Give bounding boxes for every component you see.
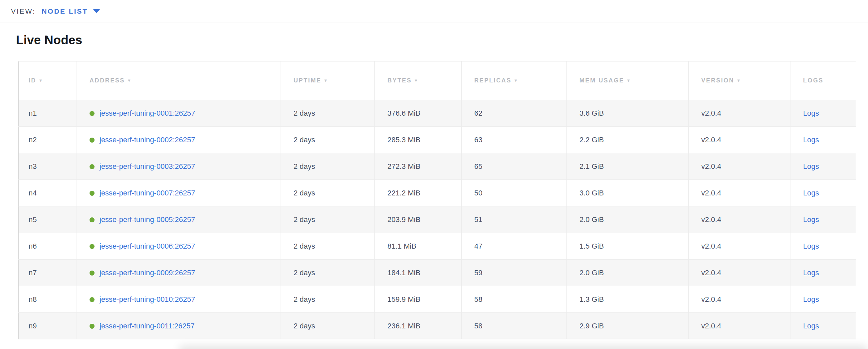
replicas-cell: 62: [462, 100, 567, 127]
column-header-uptime[interactable]: UPTIME▾: [281, 62, 375, 100]
live-status-dot-icon: [90, 191, 95, 196]
version-cell: v2.0.4: [689, 180, 790, 206]
logs-link[interactable]: Logs: [803, 189, 819, 197]
sort-arrow-icon: ▾: [324, 77, 328, 83]
logs-link[interactable]: Logs: [803, 269, 819, 277]
mem_usage-cell: 1.5 GiB: [567, 233, 689, 259]
column-header-logs: LOGS: [790, 62, 856, 100]
logs-link[interactable]: Logs: [803, 215, 819, 224]
id-cell: n3: [19, 153, 77, 180]
node-address-link[interactable]: jesse-perf-tuning-0003:26257: [99, 162, 195, 171]
bytes-cell: 221.2 MiB: [375, 180, 462, 206]
live-status-dot-icon: [90, 244, 95, 249]
table-row: n5jesse-perf-tuning-0005:262572 days203.…: [19, 206, 856, 233]
id-cell: n6: [19, 233, 77, 259]
column-header-id[interactable]: ID▾: [19, 62, 77, 100]
logs-link[interactable]: Logs: [803, 242, 819, 250]
logs-link[interactable]: Logs: [803, 295, 819, 304]
live-status-dot-icon: [90, 164, 95, 169]
replicas-cell: 51: [462, 206, 567, 233]
bytes-cell: 376.6 MiB: [375, 100, 462, 127]
column-header-mem_usage[interactable]: MEM USAGE▾: [567, 62, 689, 100]
address-cell: jesse-perf-tuning-0006:26257: [77, 233, 281, 259]
version-cell: v2.0.4: [689, 153, 790, 180]
column-header-bytes[interactable]: BYTES▾: [375, 62, 462, 100]
table-row: n7jesse-perf-tuning-0009:262572 days184.…: [19, 259, 856, 286]
sort-arrow-icon: ▾: [415, 77, 418, 83]
live-status-dot-icon: [90, 271, 95, 276]
replicas-cell: 59: [462, 259, 567, 286]
id-cell: n2: [19, 127, 77, 153]
column-header-address[interactable]: ADDRESS▾: [77, 62, 281, 100]
sort-arrow-icon: ▾: [128, 77, 131, 83]
live-status-dot-icon: [90, 297, 95, 302]
logs-link[interactable]: Logs: [803, 136, 819, 144]
address-cell: jesse-perf-tuning-0007:26257: [77, 180, 281, 206]
logs-cell: Logs: [790, 206, 856, 233]
logs-cell: Logs: [790, 233, 856, 259]
logs-cell: Logs: [790, 100, 856, 127]
uptime-cell: 2 days: [281, 233, 375, 259]
live-status-dot-icon: [90, 217, 95, 222]
logs-cell: Logs: [790, 286, 856, 313]
mem_usage-cell: 3.0 GiB: [567, 180, 689, 206]
live-status-dot-icon: [90, 138, 95, 143]
bytes-cell: 285.3 MiB: [375, 127, 462, 153]
address-cell: jesse-perf-tuning-0011:26257: [77, 313, 281, 339]
id-cell: n1: [19, 100, 77, 127]
live-nodes-table: ID▾ADDRESS▾UPTIME▾BYTES▾REPLICAS▾MEM USA…: [18, 61, 856, 339]
mem_usage-cell: 3.6 GiB: [567, 100, 689, 127]
table-header: ID▾ADDRESS▾UPTIME▾BYTES▾REPLICAS▾MEM USA…: [19, 62, 856, 100]
live-status-dot-icon: [90, 111, 95, 116]
sort-arrow-icon: ▾: [627, 77, 630, 83]
node-address-link[interactable]: jesse-perf-tuning-0005:26257: [99, 215, 195, 224]
sort-arrow-icon: ▾: [39, 77, 42, 83]
table-row: n4jesse-perf-tuning-0007:262572 days221.…: [19, 180, 856, 206]
logs-cell: Logs: [790, 153, 856, 180]
logs-cell: Logs: [790, 259, 856, 286]
id-cell: n9: [19, 313, 77, 339]
bytes-cell: 184.1 MiB: [375, 259, 462, 286]
node-address-link[interactable]: jesse-perf-tuning-0006:26257: [99, 242, 195, 250]
node-address-link[interactable]: jesse-perf-tuning-0009:26257: [99, 269, 195, 277]
column-header-replicas[interactable]: REPLICAS▾: [462, 62, 567, 100]
id-cell: n5: [19, 206, 77, 233]
sort-arrow-icon: ▾: [515, 77, 518, 83]
logs-link[interactable]: Logs: [803, 162, 819, 171]
logs-link[interactable]: Logs: [803, 322, 819, 330]
uptime-cell: 2 days: [281, 286, 375, 313]
bytes-cell: 81.1 MiB: [375, 233, 462, 259]
chevron-down-icon: [93, 9, 100, 13]
table-body: n1jesse-perf-tuning-0001:262572 days376.…: [19, 100, 856, 339]
version-cell: v2.0.4: [689, 206, 790, 233]
view-selected-value: NODE LIST: [41, 7, 88, 15]
node-address-link[interactable]: jesse-perf-tuning-0007:26257: [99, 189, 195, 197]
logs-cell: Logs: [790, 180, 856, 206]
node-address-link[interactable]: jesse-perf-tuning-0001:26257: [99, 109, 195, 117]
version-cell: v2.0.4: [689, 313, 790, 339]
uptime-cell: 2 days: [281, 180, 375, 206]
address-cell: jesse-perf-tuning-0001:26257: [77, 100, 281, 127]
replicas-cell: 65: [462, 153, 567, 180]
address-cell: jesse-perf-tuning-0009:26257: [77, 259, 281, 286]
bytes-cell: 159.9 MiB: [375, 286, 462, 313]
replicas-cell: 63: [462, 127, 567, 153]
logs-cell: Logs: [790, 313, 856, 339]
version-cell: v2.0.4: [689, 259, 790, 286]
node-address-link[interactable]: jesse-perf-tuning-0011:26257: [99, 322, 195, 330]
uptime-cell: 2 days: [281, 100, 375, 127]
column-header-version[interactable]: VERSION▾: [689, 62, 790, 100]
version-cell: v2.0.4: [689, 100, 790, 127]
view-selector-dropdown[interactable]: NODE LIST: [41, 7, 100, 15]
node-address-link[interactable]: jesse-perf-tuning-0010:26257: [99, 295, 195, 304]
logs-cell: Logs: [790, 127, 856, 153]
node-address-link[interactable]: jesse-perf-tuning-0002:26257: [99, 136, 195, 144]
table-row: n3jesse-perf-tuning-0003:262572 days272.…: [19, 153, 856, 180]
table-row: n9jesse-perf-tuning-0011:262572 days236.…: [19, 313, 856, 339]
id-cell: n4: [19, 180, 77, 206]
address-cell: jesse-perf-tuning-0010:26257: [77, 286, 281, 313]
version-cell: v2.0.4: [689, 127, 790, 153]
logs-link[interactable]: Logs: [803, 109, 819, 117]
version-cell: v2.0.4: [689, 286, 790, 313]
address-cell: jesse-perf-tuning-0003:26257: [77, 153, 281, 180]
